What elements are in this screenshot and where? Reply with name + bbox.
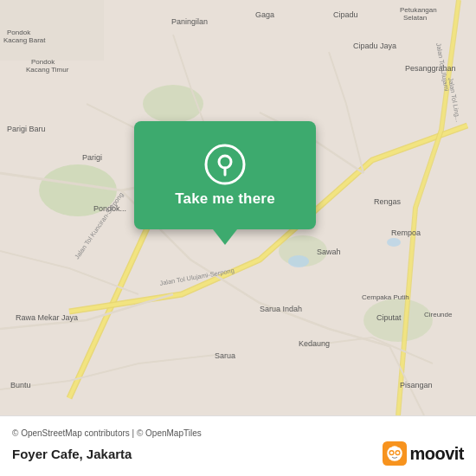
moovit-text: moovit [409, 444, 464, 464]
svg-text:Pondok: Pondok [7, 29, 31, 36]
popup-callout[interactable]: Take me there [134, 121, 316, 245]
svg-point-38 [206, 145, 244, 183]
popup-box[interactable]: Take me there [134, 121, 316, 229]
svg-text:Rawa Mekar Jaya: Rawa Mekar Jaya [16, 313, 78, 322]
svg-text:Sawah: Sawah [317, 248, 341, 256]
svg-text:Kedaung: Kedaung [299, 339, 330, 348]
svg-text:Ciputat: Ciputat [376, 313, 402, 322]
svg-text:Cipadu: Cipadu [333, 10, 358, 19]
svg-text:Parigi Baru: Parigi Baru [7, 125, 46, 133]
svg-text:Parigi: Parigi [82, 153, 102, 162]
svg-point-6 [288, 255, 309, 267]
svg-point-45 [396, 452, 399, 454]
location-name: Foyer Cafe, Jakarta [12, 447, 132, 461]
attribution: © OpenStreetMap contributors | © OpenMap… [12, 428, 464, 438]
svg-text:Cempaka Putih: Cempaka Putih [362, 293, 409, 301]
svg-text:Selatan: Selatan [403, 14, 427, 22]
svg-text:Petukangan: Petukangan [400, 6, 437, 14]
popup-arrow [213, 229, 237, 245]
svg-text:Cireunde: Cireunde [424, 311, 453, 318]
svg-text:Buntu: Buntu [10, 381, 31, 389]
svg-text:Gaga: Gaga [255, 10, 274, 19]
svg-text:Kacang Barat: Kacang Barat [3, 36, 46, 44]
svg-text:Pisangan: Pisangan [400, 381, 433, 389]
bottom-row: Foyer Cafe, Jakarta moovit [12, 441, 464, 466]
bottom-bar: © OpenStreetMap contributors | © OpenMap… [0, 415, 476, 476]
moovit-logo: moovit [383, 441, 464, 466]
svg-text:Kacang Timur: Kacang Timur [26, 66, 69, 74]
svg-text:Sarua Indah: Sarua Indah [260, 305, 302, 313]
svg-text:Cipadu Jaya: Cipadu Jaya [353, 42, 396, 50]
svg-point-2 [143, 85, 203, 123]
svg-text:Rengas: Rengas [374, 197, 402, 206]
svg-text:Pondok: Pondok [31, 58, 55, 66]
moovit-icon [383, 441, 407, 466]
svg-point-39 [219, 156, 231, 168]
svg-text:Sarua: Sarua [215, 351, 235, 360]
map-container: Gaga Cipadu Petukangan Selatan Pondok Ka… [0, 0, 476, 415]
svg-point-7 [387, 238, 401, 247]
svg-point-44 [390, 452, 393, 454]
location-pin-icon [204, 144, 246, 185]
popup-label: Take me there [175, 190, 275, 208]
svg-text:Paningilan: Paningilan [171, 17, 208, 26]
svg-text:Rempoa: Rempoa [391, 228, 421, 237]
